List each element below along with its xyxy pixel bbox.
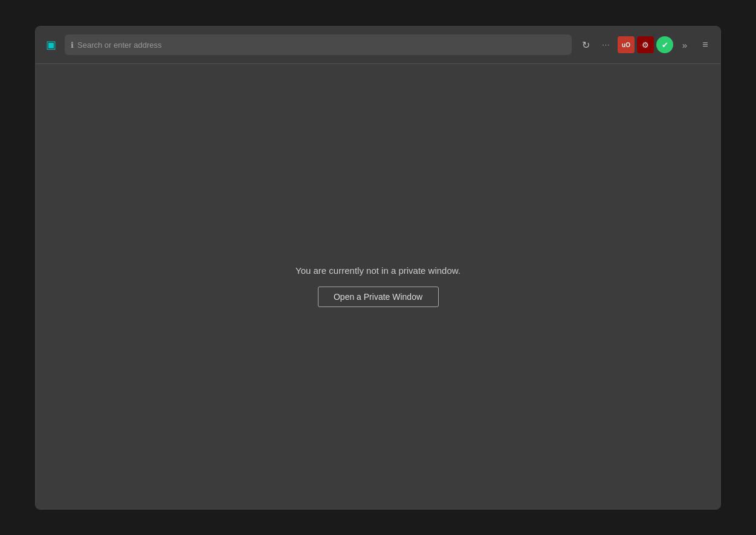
extension-green-button[interactable]: ✔ [656,36,673,53]
address-bar-container: ℹ [65,34,572,55]
extension-ublock-button[interactable]: uO [618,36,635,53]
toolbar-right: ↻ ··· uO ⚙ ✔ » ≡ [577,36,714,54]
chevron-icon: » [682,40,687,50]
more-button[interactable]: ··· [597,36,615,54]
menu-icon: ≡ [702,39,708,50]
chevron-button[interactable]: » [676,36,694,54]
menu-button[interactable]: ≡ [696,36,714,54]
browser-content: You are currently not in a private windo… [36,64,720,509]
reload-icon: ↻ [582,39,590,51]
open-private-window-button[interactable]: Open a Private Window [318,287,439,307]
toolbar: ▣ ℹ ↻ ··· uO ⚙ ✔ » [36,27,720,64]
more-icon: ··· [602,41,610,49]
sidebar-toggle-button[interactable]: ▣ [42,36,60,54]
info-icon: ℹ [71,41,74,50]
ext3-label: ✔ [662,41,668,50]
sidebar-toggle-icon: ▣ [46,38,56,51]
extension-settings-button[interactable]: ⚙ [637,36,654,53]
not-private-text: You are currently not in a private windo… [296,265,460,276]
ext2-label: ⚙ [642,41,649,50]
address-input[interactable] [77,41,566,50]
browser-window: ▣ ℹ ↻ ··· uO ⚙ ✔ » [35,26,721,510]
ext1-label: uO [622,42,630,48]
reload-button[interactable]: ↻ [577,36,595,54]
